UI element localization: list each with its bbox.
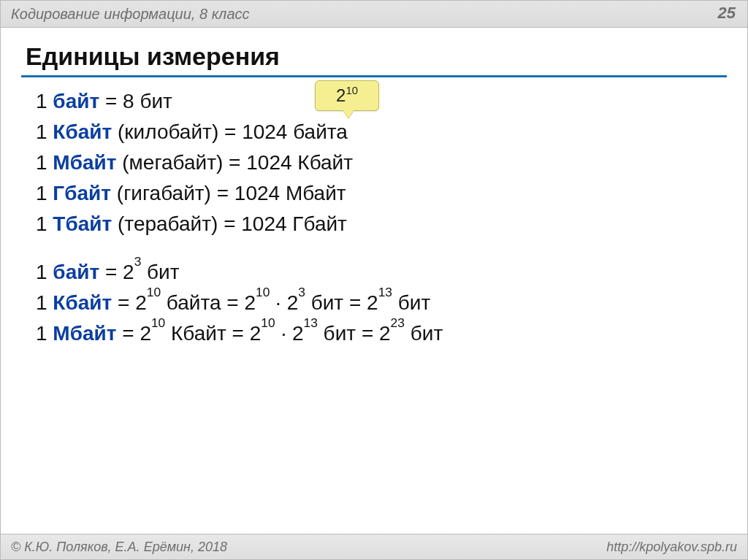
unit-line: 1 Кбайт (килобайт) = 1024 байта (36, 117, 747, 147)
callout-exp: 10 (346, 85, 358, 96)
content: 210 1 байт = 8 бит 1 Кбайт (килобайт) = … (1, 82, 747, 349)
unit-name: байт (53, 261, 99, 283)
title-underline (21, 75, 727, 77)
seg: = 2 (116, 322, 150, 345)
callout-base: 2 (336, 85, 346, 106)
unit-line: 1 Тбайт (терабайт) = 1024 Гбайт (36, 209, 747, 239)
exp: 23 (391, 315, 405, 330)
section-gap (36, 239, 747, 257)
exp: 10 (261, 315, 275, 330)
seg: бит = 2 (305, 291, 378, 314)
unit-line: 1 байт = 8 бит (36, 86, 747, 117)
unit-line: 1 Гбайт (гигабайт) = 1024 Мбайт (36, 178, 747, 209)
exp: 3 (298, 285, 305, 299)
footer-url: http://kpolyakov.spb.ru (606, 540, 737, 555)
slide-title: Единицы измерения (1, 28, 747, 75)
seg: бит (141, 261, 179, 283)
exp: 10 (256, 285, 270, 299)
seg: бит = 2 (318, 322, 391, 345)
exp: 10 (147, 285, 161, 299)
unit-name: Кбайт (53, 291, 112, 314)
lead: 1 (36, 151, 53, 174)
lead: 1 (36, 120, 53, 143)
seg: · 2 (275, 322, 304, 345)
slide: Кодирование информации, 8 класс 25 Едини… (0, 0, 748, 560)
seg: · 2 (270, 291, 298, 314)
unit-name: Мбайт (53, 322, 116, 345)
unit-name: Кбайт (53, 120, 112, 143)
exp: 3 (134, 254, 142, 269)
rest: (мегабайт) = 1024 Кбайт (116, 151, 353, 174)
lead: 1 (36, 212, 53, 235)
lead: 1 (36, 291, 53, 314)
rest: (терабайт) = 1024 Гбайт (112, 212, 347, 235)
seg: Кбайт = 2 (165, 322, 261, 345)
lead: 1 (36, 261, 53, 283)
power-line: 1 байт = 23 бит (36, 257, 747, 288)
callout-tail-icon (343, 110, 354, 118)
rest: (килобайт) = 1024 байта (112, 120, 348, 143)
unit-name: Гбайт (53, 182, 111, 204)
lead: 1 (36, 90, 53, 112)
seg: байта = 2 (161, 291, 256, 314)
power-line: 1 Кбайт = 210 байта = 210 · 23 бит = 213… (36, 288, 747, 318)
unit-line: 1 Мбайт (мегабайт) = 1024 Кбайт (36, 147, 747, 178)
unit-name: Тбайт (53, 212, 112, 235)
seg: бит (405, 322, 443, 345)
exp: 13 (304, 315, 318, 330)
unit-name: байт (53, 90, 99, 112)
slide-header: Кодирование информации, 8 класс 25 (1, 1, 747, 28)
lead: 1 (36, 182, 53, 204)
lead: 1 (36, 322, 53, 345)
slide-footer: © К.Ю. Поляков, Е.А. Ерёмин, 2018 http:/… (1, 534, 747, 559)
seg: = 2 (112, 291, 146, 314)
exp: 13 (378, 285, 392, 299)
page-number: 25 (718, 4, 736, 23)
unit-name: Мбайт (53, 151, 116, 174)
seg: бит (392, 291, 430, 314)
power-line: 1 Мбайт = 210 Кбайт = 210 · 213 бит = 22… (36, 318, 747, 349)
callout-badge: 210 (315, 80, 379, 111)
footer-copyright: © К.Ю. Поляков, Е.А. Ерёмин, 2018 (11, 540, 227, 555)
exp: 10 (151, 315, 165, 330)
rest: (гигабайт) = 1024 Мбайт (111, 182, 346, 204)
rest: = 8 бит (99, 90, 172, 112)
header-subject: Кодирование информации, 8 класс (11, 6, 250, 23)
seg: = 2 (99, 261, 134, 283)
